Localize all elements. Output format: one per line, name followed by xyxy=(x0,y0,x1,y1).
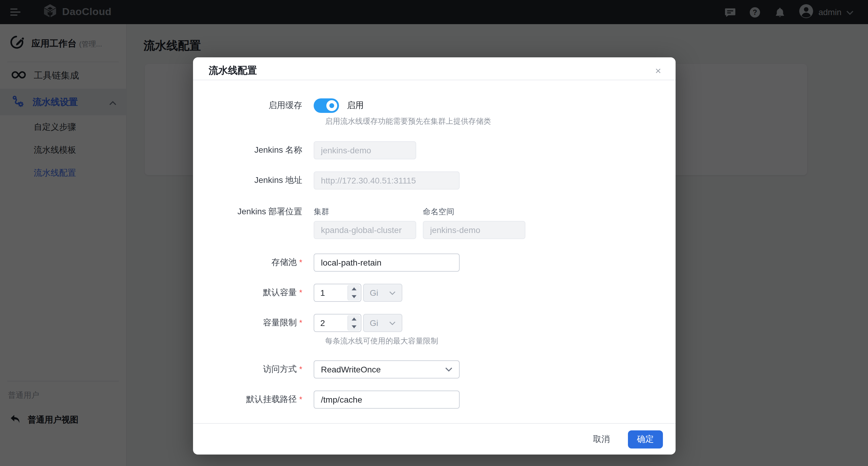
access-mode-label: 访问方式* xyxy=(209,364,314,375)
capacity-limit-unit-select[interactable]: Gi xyxy=(363,314,402,332)
jenkins-location-label: Jenkins 部署位置 xyxy=(209,206,314,217)
access-mode-value: ReadWriteOnce xyxy=(321,365,381,374)
stepper-down-icon[interactable] xyxy=(348,293,360,300)
required-mark: * xyxy=(299,395,302,404)
cluster-label: 集群 xyxy=(314,206,416,217)
required-mark: * xyxy=(299,258,302,267)
jenkins-name-label: Jenkins 名称 xyxy=(209,145,314,156)
confirm-button[interactable]: 确定 xyxy=(628,430,663,448)
capacity-stepper xyxy=(347,315,360,331)
dialog-title: 流水线配置 xyxy=(209,65,257,77)
required-mark: * xyxy=(299,365,302,374)
toggle-knob xyxy=(326,100,337,111)
dialog-body: 启用缓存 启用 启用流水线缓存功能需要预先在集群上提供存储类 Jenkins 名… xyxy=(193,80,676,423)
chevron-down-icon xyxy=(389,291,396,295)
mount-path-input[interactable] xyxy=(314,390,460,409)
default-capacity-unit-select[interactable]: Gi xyxy=(363,284,402,302)
namespace-label: 命名空间 xyxy=(423,206,525,217)
mount-path-label: 默认挂载路径* xyxy=(209,394,314,405)
cancel-button[interactable]: 取消 xyxy=(587,430,616,448)
jenkins-url-input xyxy=(314,171,460,190)
storage-pool-input[interactable] xyxy=(314,254,460,272)
cache-toggle[interactable] xyxy=(314,98,339,113)
chevron-down-icon xyxy=(445,367,453,372)
required-mark: * xyxy=(299,318,302,327)
default-capacity-input[interactable] xyxy=(314,284,347,301)
capacity-limit-label: 容量限制* xyxy=(209,318,314,328)
jenkins-name-input xyxy=(314,141,416,159)
stepper-down-icon[interactable] xyxy=(348,323,360,331)
cache-state-label: 启用 xyxy=(347,100,364,111)
close-icon[interactable]: × xyxy=(655,66,661,76)
default-capacity-label: 默认容量* xyxy=(209,287,314,298)
cache-help-text: 启用流水线缓存功能需要预先在集群上提供存储类 xyxy=(209,117,660,127)
stepper-up-icon[interactable] xyxy=(348,315,360,323)
jenkins-url-label: Jenkins 地址 xyxy=(209,175,314,186)
capacity-limit-input[interactable] xyxy=(314,315,347,331)
storage-pool-label: 存储池* xyxy=(209,257,314,268)
capacity-limit-help-text: 每条流水线可使用的最大容量限制 xyxy=(209,336,660,347)
access-mode-select[interactable]: ReadWriteOnce xyxy=(314,360,460,378)
dialog-header: 流水线配置 × xyxy=(193,57,676,80)
chevron-down-icon xyxy=(389,321,396,325)
stepper-up-icon[interactable] xyxy=(348,285,360,293)
cache-label: 启用缓存 xyxy=(209,100,314,111)
pipeline-config-dialog: 流水线配置 × 启用缓存 启用 启用流水线缓存功能需要预先在集群上提供存储类 J… xyxy=(193,57,676,455)
cluster-input xyxy=(314,221,416,239)
capacity-stepper xyxy=(347,285,360,300)
required-mark: * xyxy=(299,288,302,297)
dialog-footer: 取消 确定 xyxy=(193,423,676,455)
namespace-input xyxy=(423,221,525,239)
